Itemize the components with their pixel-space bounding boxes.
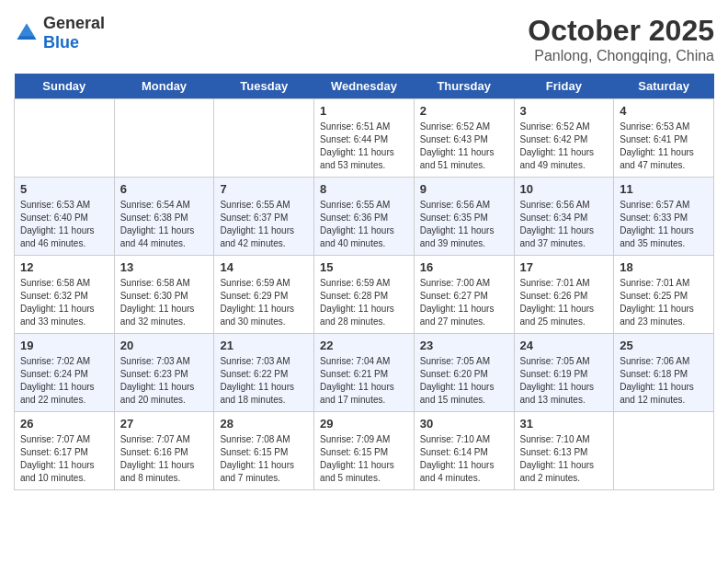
cell-info: Sunrise: 6:55 AM Sunset: 6:36 PM Dayligh…	[320, 199, 408, 250]
calendar-cell: 21Sunrise: 7:03 AM Sunset: 6:22 PM Dayli…	[214, 334, 314, 412]
day-number: 8	[320, 182, 408, 196]
day-number: 4	[620, 104, 708, 118]
calendar-cell: 20Sunrise: 7:03 AM Sunset: 6:23 PM Dayli…	[114, 334, 214, 412]
cell-info: Sunrise: 7:08 AM Sunset: 6:15 PM Dayligh…	[220, 433, 308, 485]
cell-info: Sunrise: 7:07 AM Sunset: 6:17 PM Dayligh…	[20, 433, 108, 485]
day-number: 10	[520, 182, 609, 196]
cell-info: Sunrise: 6:57 AM Sunset: 6:33 PM Dayligh…	[620, 199, 708, 250]
calendar-week-row: 19Sunrise: 7:02 AM Sunset: 6:24 PM Dayli…	[15, 334, 714, 412]
calendar-cell: 8Sunrise: 6:55 AM Sunset: 6:36 PM Daylig…	[314, 178, 415, 256]
calendar-cell: 28Sunrise: 7:08 AM Sunset: 6:15 PM Dayli…	[214, 412, 314, 490]
day-number: 19	[20, 339, 108, 352]
calendar-cell: 30Sunrise: 7:10 AM Sunset: 6:14 PM Dayli…	[414, 412, 514, 490]
day-number: 31	[520, 417, 609, 431]
day-header-thursday: Thursday	[414, 74, 514, 99]
cell-info: Sunrise: 7:07 AM Sunset: 6:16 PM Dayligh…	[120, 433, 209, 485]
calendar-cell: 13Sunrise: 6:58 AM Sunset: 6:30 PM Dayli…	[114, 256, 214, 334]
cell-info: Sunrise: 6:52 AM Sunset: 6:43 PM Dayligh…	[420, 121, 508, 172]
day-number: 2	[420, 104, 508, 118]
calendar-cell: 2Sunrise: 6:52 AM Sunset: 6:43 PM Daylig…	[414, 99, 514, 178]
day-number: 5	[20, 182, 108, 196]
day-number: 21	[220, 339, 308, 352]
calendar-cell: 4Sunrise: 6:53 AM Sunset: 6:41 PM Daylig…	[614, 99, 714, 178]
day-number: 24	[520, 339, 609, 352]
logo: General Blue	[14, 14, 105, 52]
day-header-wednesday: Wednesday	[314, 74, 415, 99]
calendar-cell	[614, 412, 714, 490]
day-header-monday: Monday	[114, 74, 214, 99]
cell-info: Sunrise: 7:01 AM Sunset: 6:25 PM Dayligh…	[620, 277, 708, 328]
cell-info: Sunrise: 6:51 AM Sunset: 6:44 PM Dayligh…	[320, 121, 408, 172]
calendar-cell: 18Sunrise: 7:01 AM Sunset: 6:25 PM Dayli…	[614, 256, 714, 334]
day-header-saturday: Saturday	[614, 74, 714, 99]
day-number: 3	[520, 104, 609, 118]
calendar-cell: 19Sunrise: 7:02 AM Sunset: 6:24 PM Dayli…	[15, 334, 115, 412]
day-number: 11	[620, 182, 708, 196]
cell-info: Sunrise: 6:54 AM Sunset: 6:38 PM Dayligh…	[120, 199, 209, 250]
cell-info: Sunrise: 7:10 AM Sunset: 6:14 PM Dayligh…	[420, 433, 508, 485]
cell-info: Sunrise: 6:53 AM Sunset: 6:40 PM Dayligh…	[20, 199, 108, 250]
cell-info: Sunrise: 6:58 AM Sunset: 6:30 PM Dayligh…	[120, 277, 209, 328]
day-number: 25	[620, 339, 708, 352]
day-header-tuesday: Tuesday	[214, 74, 314, 99]
calendar-cell: 25Sunrise: 7:06 AM Sunset: 6:18 PM Dayli…	[614, 334, 714, 412]
cell-info: Sunrise: 7:02 AM Sunset: 6:24 PM Dayligh…	[20, 355, 108, 407]
logo-text-blue: Blue	[43, 33, 79, 52]
cell-info: Sunrise: 6:52 AM Sunset: 6:42 PM Dayligh…	[520, 121, 609, 172]
calendar-cell: 22Sunrise: 7:04 AM Sunset: 6:21 PM Dayli…	[314, 334, 415, 412]
calendar-cell: 11Sunrise: 6:57 AM Sunset: 6:33 PM Dayli…	[614, 178, 714, 256]
day-number: 9	[420, 182, 508, 196]
calendar-cell: 16Sunrise: 7:00 AM Sunset: 6:27 PM Dayli…	[414, 256, 514, 334]
logo-text-general: General	[43, 14, 105, 32]
page-header: General Blue October 2025 Panlong, Chong…	[14, 14, 714, 64]
cell-info: Sunrise: 6:58 AM Sunset: 6:32 PM Dayligh…	[20, 277, 108, 328]
calendar-cell: 1Sunrise: 6:51 AM Sunset: 6:44 PM Daylig…	[314, 99, 415, 178]
calendar-week-row: 12Sunrise: 6:58 AM Sunset: 6:32 PM Dayli…	[15, 256, 714, 334]
day-number: 18	[620, 260, 708, 274]
cell-info: Sunrise: 6:59 AM Sunset: 6:28 PM Dayligh…	[320, 277, 408, 328]
cell-info: Sunrise: 6:59 AM Sunset: 6:29 PM Dayligh…	[220, 277, 308, 328]
calendar-cell: 12Sunrise: 6:58 AM Sunset: 6:32 PM Dayli…	[15, 256, 115, 334]
day-number: 30	[420, 417, 508, 431]
svg-marker-1	[19, 24, 35, 37]
calendar-cell	[114, 99, 214, 178]
day-number: 14	[220, 260, 308, 274]
calendar-cell: 26Sunrise: 7:07 AM Sunset: 6:17 PM Dayli…	[15, 412, 115, 490]
cell-info: Sunrise: 7:09 AM Sunset: 6:15 PM Dayligh…	[320, 433, 408, 485]
day-number: 16	[420, 260, 508, 274]
calendar-cell: 14Sunrise: 6:59 AM Sunset: 6:29 PM Dayli…	[214, 256, 314, 334]
day-number: 1	[320, 104, 408, 118]
calendar-cell: 23Sunrise: 7:05 AM Sunset: 6:20 PM Dayli…	[414, 334, 514, 412]
cell-info: Sunrise: 7:01 AM Sunset: 6:26 PM Dayligh…	[520, 277, 609, 328]
calendar-cell: 5Sunrise: 6:53 AM Sunset: 6:40 PM Daylig…	[15, 178, 115, 256]
calendar-cell: 9Sunrise: 6:56 AM Sunset: 6:35 PM Daylig…	[414, 178, 514, 256]
day-number: 17	[520, 260, 609, 274]
day-header-friday: Friday	[514, 74, 614, 99]
day-header-sunday: Sunday	[15, 74, 115, 99]
day-number: 27	[120, 417, 209, 431]
cell-info: Sunrise: 6:56 AM Sunset: 6:34 PM Dayligh…	[520, 199, 609, 250]
calendar-week-row: 1Sunrise: 6:51 AM Sunset: 6:44 PM Daylig…	[15, 99, 714, 178]
day-number: 22	[320, 339, 408, 352]
cell-info: Sunrise: 7:10 AM Sunset: 6:13 PM Dayligh…	[520, 433, 609, 485]
calendar-cell: 24Sunrise: 7:05 AM Sunset: 6:19 PM Dayli…	[514, 334, 614, 412]
day-number: 6	[120, 182, 209, 196]
cell-info: Sunrise: 6:53 AM Sunset: 6:41 PM Dayligh…	[620, 121, 708, 172]
day-number: 26	[20, 417, 108, 431]
cell-info: Sunrise: 7:05 AM Sunset: 6:19 PM Dayligh…	[520, 355, 609, 407]
calendar-cell	[214, 99, 314, 178]
calendar-week-row: 26Sunrise: 7:07 AM Sunset: 6:17 PM Dayli…	[15, 412, 714, 490]
calendar-cell: 7Sunrise: 6:55 AM Sunset: 6:37 PM Daylig…	[214, 178, 314, 256]
location-title: Panlong, Chongqing, China	[528, 48, 714, 64]
calendar-cell: 31Sunrise: 7:10 AM Sunset: 6:13 PM Dayli…	[514, 412, 614, 490]
calendar-cell: 3Sunrise: 6:52 AM Sunset: 6:42 PM Daylig…	[514, 99, 614, 178]
day-number: 7	[220, 182, 308, 196]
calendar-cell: 17Sunrise: 7:01 AM Sunset: 6:26 PM Dayli…	[514, 256, 614, 334]
title-block: October 2025 Panlong, Chongqing, China	[528, 14, 714, 64]
cell-info: Sunrise: 7:04 AM Sunset: 6:21 PM Dayligh…	[320, 355, 408, 407]
cell-info: Sunrise: 7:05 AM Sunset: 6:20 PM Dayligh…	[420, 355, 508, 407]
calendar-table: SundayMondayTuesdayWednesdayThursdayFrid…	[14, 74, 714, 490]
cell-info: Sunrise: 6:55 AM Sunset: 6:37 PM Dayligh…	[220, 199, 308, 250]
cell-info: Sunrise: 7:00 AM Sunset: 6:27 PM Dayligh…	[420, 277, 508, 328]
day-number: 20	[120, 339, 209, 352]
